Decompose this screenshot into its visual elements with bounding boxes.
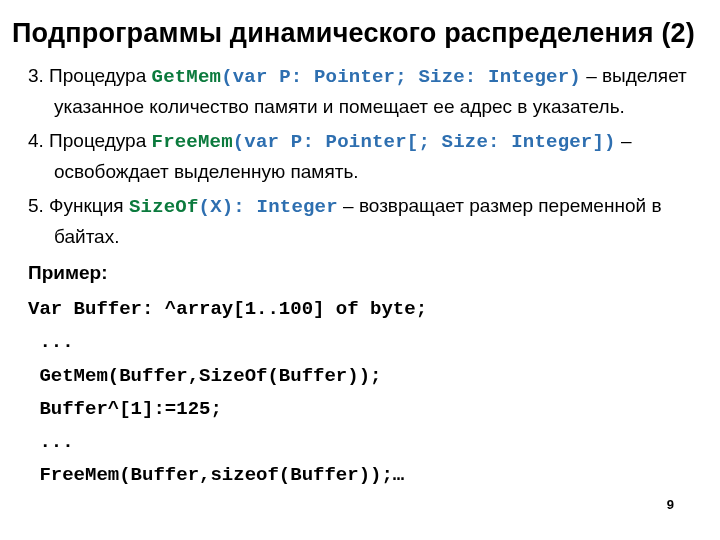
item-5-tail1: возвращает размер переменной в <box>359 195 662 216</box>
sig-open: ( <box>221 66 233 88</box>
proc-sizeof: SizeOf <box>129 196 199 218</box>
item-5-dash: – <box>338 195 359 216</box>
item-4-signature: FreeMem(var P: Pointer[; Size: Integer]) <box>152 131 616 153</box>
item-4-tail: освобождает выделенную память. <box>54 161 359 182</box>
page-title: Подпрограммы динамического распределения… <box>0 0 720 57</box>
type-integer: Integer <box>257 196 338 218</box>
item-3-lead: 3. Процедура <box>28 65 152 86</box>
item-5: 5. Функция SizeOf(X): Integer – возвраща… <box>28 191 692 252</box>
item-4-lead: 4. Процедура <box>28 130 152 151</box>
sig-sep: ; Size: <box>395 66 488 88</box>
sig-open: (X): <box>199 196 257 218</box>
item-3: 3. Процедура GetMem(var P: Pointer; Size… <box>28 61 692 122</box>
example-label: Пример: <box>28 258 692 287</box>
type-integer: Integer <box>511 131 592 153</box>
kw-var: var <box>244 131 279 153</box>
slide: Подпрограммы динамического распределения… <box>0 0 720 540</box>
proc-freemem: FreeMem <box>152 131 233 153</box>
kw-var: var <box>233 66 268 88</box>
content-body: 3. Процедура GetMem(var P: Pointer; Size… <box>0 57 720 493</box>
page-number: 9 <box>667 497 674 512</box>
item-3-dash: – <box>581 65 602 86</box>
sig-mid: P: <box>279 131 325 153</box>
code-block: Var Buffer: ^array[1..100] of byte; ... … <box>28 293 692 493</box>
sig-open: ( <box>233 131 245 153</box>
item-4: 4. Процедура FreeMem(var P: Pointer[; Si… <box>28 126 692 187</box>
type-pointer: Pointer <box>326 131 407 153</box>
item-4-dash: – <box>616 130 632 151</box>
type-integer: Integer <box>488 66 569 88</box>
type-pointer: Pointer <box>314 66 395 88</box>
item-3-signature: GetMem(var P: Pointer; Size: Integer) <box>152 66 581 88</box>
sig-mid: P: <box>268 66 314 88</box>
item-5-tail2: байтах. <box>54 226 119 247</box>
proc-getmem: GetMem <box>152 66 222 88</box>
sig-sep: [; Size: <box>407 131 511 153</box>
sig-close: ) <box>569 66 581 88</box>
sig-close: ]) <box>592 131 615 153</box>
item-5-lead: 5. Функция <box>28 195 129 216</box>
item-5-signature: SizeOf(X): Integer <box>129 196 338 218</box>
